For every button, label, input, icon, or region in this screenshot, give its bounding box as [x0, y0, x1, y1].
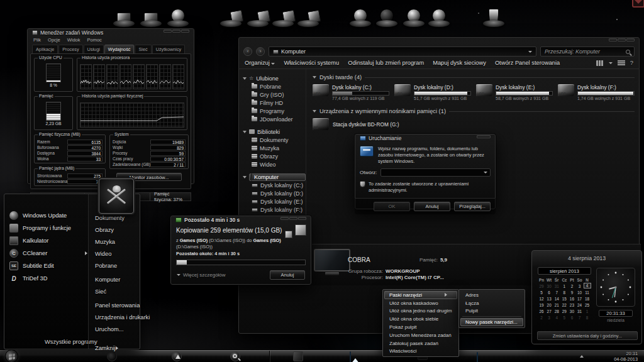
menu-item-pokaz-pulpit[interactable]: Pokaż pulpit [384, 323, 457, 331]
menu-item-paski-narzedzi[interactable]: Paski narzędzi [384, 291, 457, 299]
start-item-subtitle-edit[interactable]: SESubtitle Edit [9, 260, 87, 272]
browse-button[interactable]: Przeglądaj... [454, 202, 491, 211]
bdrom-tile[interactable]: BD Stacja dysków BD-ROM (G:) [313, 118, 635, 130]
tab-procesy[interactable]: Procesy [58, 45, 82, 53]
calendar-day[interactable]: 8 [560, 289, 568, 295]
calendar-day[interactable]: 5 [560, 314, 568, 321]
address-dropdown-icon[interactable] [528, 51, 532, 53]
start-item-wideo[interactable]: Wideo [89, 248, 140, 260]
sidebar-item-dokumenty[interactable]: Dokumenty [243, 136, 306, 144]
views-dropdown-icon[interactable] [609, 62, 613, 64]
sidebar-item-disk-d[interactable]: Dysk lokalny (D:) [243, 189, 306, 197]
calendar-day[interactable]: 25 [584, 302, 591, 308]
more-details-toggle[interactable]: Więcej szczegółów [177, 272, 226, 278]
back-button[interactable]: ‹ [243, 47, 252, 56]
sidebar-section-computer[interactable]: Komputer [243, 173, 306, 181]
calendar-month-header[interactable]: sierpień 2013 [538, 267, 591, 275]
maximize-button[interactable] [289, 217, 297, 220]
tray-expand-arrow[interactable] [580, 355, 584, 358]
cancel-button[interactable]: Anuluj [270, 270, 305, 280]
open-combobox[interactable] [380, 168, 491, 177]
calendar-day[interactable]: 26 [538, 308, 545, 314]
start-item-ccleaner[interactable]: CCCleaner [9, 247, 87, 260]
dock-icon-network-globe[interactable] [426, 2, 452, 27]
disk-tile-c[interactable]: HDD Dysk lokalny (C:) 77,4 GB wolnych z … [313, 84, 389, 101]
help-button[interactable]: ? [630, 60, 633, 66]
calendar-day[interactable]: 11 [584, 289, 591, 295]
maximize-button[interactable] [618, 38, 626, 41]
start-item-calculator[interactable]: Kalkulator [9, 234, 87, 247]
taskbar-clock[interactable]: 20:31 04-08-2013 [614, 351, 638, 362]
close-button[interactable] [181, 30, 189, 33]
start-item-windows-update[interactable]: Windows Update [9, 209, 87, 222]
start-item-muzyka[interactable]: Muzyka [89, 236, 140, 248]
calendar-day[interactable]: 19 [538, 302, 545, 308]
calendar-day[interactable]: 7 [553, 289, 560, 295]
calendar-day[interactable]: 21 [553, 302, 560, 308]
system-properties-button[interactable]: Właściwości systemu [284, 60, 339, 66]
tab-uzytkownicy[interactable]: Użytkownicy [152, 45, 186, 53]
sidebar-item-disk-c[interactable]: Dysk lokalny (C:) [243, 181, 306, 189]
start-item-urzadzenia[interactable]: Urządzenia i drukarki [89, 311, 140, 323]
menu-item-jedno-nad-drugim[interactable]: Ułóż okna jedno nad drugim [384, 307, 457, 315]
sidebar-computer-selected[interactable]: Komputer [249, 173, 306, 181]
start-item-pobrane[interactable]: Pobrane [89, 260, 140, 272]
tab-siec[interactable]: Sieć [135, 45, 151, 53]
submenu-item-adres[interactable]: Adres [460, 291, 523, 299]
views-icon[interactable] [596, 60, 604, 66]
group-header-hard-disks[interactable]: Dyski twarde (4) [313, 74, 635, 80]
calendar-day[interactable]: 1 [560, 283, 568, 289]
sidebar-section-favorites[interactable]: ☆Ulubione [243, 74, 306, 82]
calendar-day[interactable]: 12 [538, 295, 545, 302]
minimize-button[interactable] [609, 38, 617, 41]
shutdown-button[interactable]: Zamknij [89, 342, 140, 354]
user-avatar[interactable] [99, 178, 134, 214]
dock-icon-package-2[interactable] [245, 2, 270, 27]
sidebar-item-disk-e[interactable]: Dysk lokalny (E:) [243, 197, 306, 206]
uninstall-program-button[interactable]: Odinstaluj lub zmień program [348, 60, 424, 66]
menu-plik[interactable]: Plik [33, 37, 41, 43]
calendar-day[interactable]: 1 [584, 308, 591, 314]
calendar-day[interactable]: 29 [538, 283, 545, 289]
start-item-panel-sterowania[interactable]: Panel sterowania [89, 299, 140, 311]
sidebar-item-pobrane[interactable]: Pobrane [243, 82, 306, 90]
dock-icon-mail[interactable] [626, 2, 644, 27]
sidebar-item-obrazy[interactable]: Obrazy [243, 152, 306, 160]
menu-pomoc[interactable]: Pomoc [87, 37, 102, 43]
calendar-day[interactable]: 24 [575, 302, 583, 308]
calendar-day[interactable]: 5 [538, 289, 545, 295]
dock-icon-dark-orb[interactable] [374, 2, 399, 27]
submenu-item-nowy-pasek[interactable]: Nowy pasek narzędzi... [460, 318, 523, 326]
start-item-obrazy[interactable]: Obrazy [89, 224, 140, 236]
menu-item-zablokuj-pasek[interactable]: Zablokuj pasek zadań [384, 339, 457, 348]
menu-item-obok-siebie[interactable]: Ułóż okna obok siebie [384, 315, 457, 323]
group-header-removable[interactable]: Urządzenia z wymiennymi nośnikami pamięc… [313, 108, 635, 114]
calendar-day[interactable]: 3 [575, 283, 583, 289]
calendar-day[interactable]: 22 [560, 302, 568, 308]
sidebar-item-programy[interactable]: Programy [243, 107, 306, 115]
calendar-day[interactable]: 31 [553, 283, 560, 289]
dock-icon-package-1[interactable] [218, 2, 243, 27]
sidebar-section-libraries[interactable]: Biblioteki [243, 128, 306, 136]
calendar-day[interactable]: 15 [560, 295, 568, 302]
submenu-item-lacza[interactable]: Łącza [460, 299, 523, 307]
sidebar-item-gry-iso[interactable]: Gry (ISO) [243, 90, 306, 99]
preview-pane-icon[interactable] [618, 60, 625, 66]
dock-icon-documents-monitor[interactable] [138, 2, 164, 27]
start-item-siec[interactable]: Sieć [89, 285, 140, 297]
calendar-day[interactable]: 28 [553, 308, 560, 314]
close-button[interactable] [477, 135, 491, 138]
disk-tile-d[interactable]: HDD Dysk lokalny (D:) 51,7 GB wolnych z … [394, 84, 471, 101]
menu-opcje[interactable]: Opcje [48, 37, 60, 43]
calendar-day[interactable]: 2 [568, 283, 575, 289]
minimize-button[interactable] [280, 217, 289, 220]
calendar-day[interactable]: 14 [553, 295, 560, 302]
address-field[interactable]: Komputer [269, 47, 536, 57]
disk-tile-e[interactable]: HDD Dysk lokalny (E:) 58,7 GB wolnych z … [476, 84, 553, 101]
start-item-programs-features[interactable]: Programy i funkcje [9, 222, 87, 234]
sidebar-item-disk-f[interactable]: Dysk lokalny (F:) [243, 206, 306, 214]
dock-icon-package-3[interactable] [270, 2, 296, 27]
dock-icon-browser-globe[interactable] [165, 2, 191, 27]
tab-uslugi[interactable]: Usługi [84, 45, 104, 53]
menu-item-wlasciwosci[interactable]: Właściwości [384, 348, 457, 356]
